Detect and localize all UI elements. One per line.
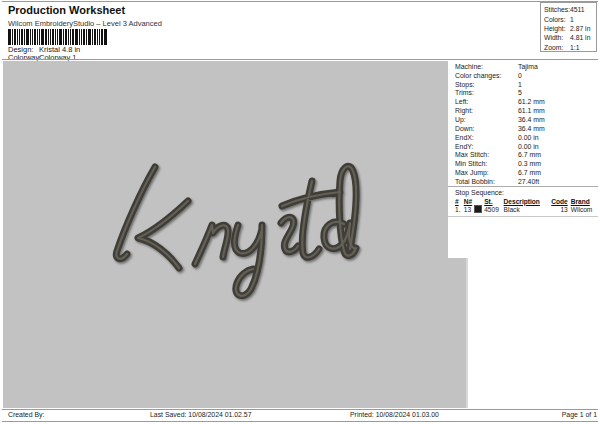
row-brand: Wilcom <box>571 206 598 213</box>
color-changes-value: 0 <box>518 72 522 79</box>
row-n: 13 <box>464 206 475 213</box>
stitches-label: Stitches: <box>544 6 570 13</box>
row-num: 1. <box>455 206 464 213</box>
thread-swatch <box>474 205 484 214</box>
down-label: Down: <box>455 125 518 132</box>
max-jump-value: 6.7 mm <box>518 169 541 176</box>
stop-sequence-table: # N# St. Description Code Brand 1. 13 45… <box>455 197 598 214</box>
endy-value: 0.00 in <box>518 143 539 150</box>
printed: Printed: 10/08/2024 01.03.00 <box>350 411 439 418</box>
machine-label: Machine: <box>455 63 518 70</box>
barcode <box>8 29 107 45</box>
stop-sequence-title: Stop Sequence: <box>455 189 504 196</box>
stop-table-header: # N# St. Description Code Brand <box>455 197 598 206</box>
design-canvas <box>3 61 468 408</box>
krystal-embroidery-design <box>3 61 468 408</box>
stop-table-bottom-line <box>448 216 598 217</box>
max-stitch-value: 6.7 mm <box>518 151 541 158</box>
total-bobbin-value: 27.40ft <box>518 178 539 185</box>
stitch-summary-box: Stitches:4511 Colors:1 Height:2.87 in Wi… <box>540 2 597 52</box>
col-n: N# <box>464 198 475 205</box>
col-st: St. <box>484 198 503 205</box>
production-worksheet-page: Production Worksheet Wilcom EmbroiderySt… <box>0 0 600 424</box>
top-border-line <box>2 1 598 2</box>
right-label: Right: <box>455 107 518 114</box>
trims-label: Trims: <box>455 89 518 96</box>
last-saved: Last Saved: 10/08/2024 01.02.57 <box>150 411 252 418</box>
max-jump-label: Max Jump: <box>455 169 518 176</box>
col-code: Code <box>548 198 570 205</box>
endx-label: EndX: <box>455 134 518 141</box>
width-value: 4.81 in <box>570 34 590 41</box>
row-code: 13 <box>548 206 570 213</box>
header-separator-line <box>2 59 598 60</box>
col-description: Description <box>504 198 549 205</box>
colors-label: Colors: <box>544 16 570 23</box>
page-number: Page 1 of 1 <box>562 411 597 418</box>
stop-sequence-divider <box>448 186 598 187</box>
min-stitch-label: Min Stitch: <box>455 160 518 167</box>
endy-label: EndY: <box>455 143 518 150</box>
up-value: 36.4 mm <box>518 116 545 123</box>
up-label: Up: <box>455 116 518 123</box>
zoom-value: 1:1 <box>570 44 579 51</box>
down-value: 36.4 mm <box>518 125 545 132</box>
height-label: Height: <box>544 25 570 32</box>
machine-value: Tajima <box>518 63 538 70</box>
trims-value: 5 <box>518 89 522 96</box>
zoom-label: Zoom: <box>544 44 570 51</box>
total-bobbin-label: Total Bobbin: <box>455 178 518 185</box>
endx-value: 0.00 in <box>518 134 539 141</box>
footer-top-line <box>2 409 598 410</box>
color-changes-label: Color changes: <box>455 72 518 79</box>
stops-label: Stops: <box>455 81 518 88</box>
right-value: 61.1 mm <box>518 107 545 114</box>
stops-value: 1 <box>518 81 522 88</box>
col-num: # <box>455 198 464 205</box>
stitches-value: 4511 <box>570 6 585 13</box>
left-value: 61.2 mm <box>518 98 545 105</box>
left-label: Left: <box>455 98 518 105</box>
col-brand: Brand <box>571 198 598 205</box>
row-description: Black <box>504 206 549 213</box>
page-title: Production Worksheet <box>8 4 125 16</box>
max-stitch-label: Max Stitch: <box>455 151 518 158</box>
machine-info-panel: Machine:Tajima Color changes:0 Stops:1 T… <box>448 61 600 258</box>
stop-table-row: 1. 13 4509 Black 13 Wilcom <box>455 206 598 215</box>
height-value: 2.87 in <box>570 25 590 32</box>
thread-color-swatch <box>474 205 482 213</box>
footer-bottom-line <box>2 421 598 422</box>
row-st: 4509 <box>484 206 503 213</box>
width-label: Width: <box>544 34 570 41</box>
colors-value: 1 <box>570 16 574 23</box>
min-stitch-value: 0.3 mm <box>518 160 541 167</box>
app-subtitle: Wilcom EmbroideryStudio – Level 3 Advanc… <box>8 19 162 28</box>
created-by: Created By: <box>8 411 44 418</box>
